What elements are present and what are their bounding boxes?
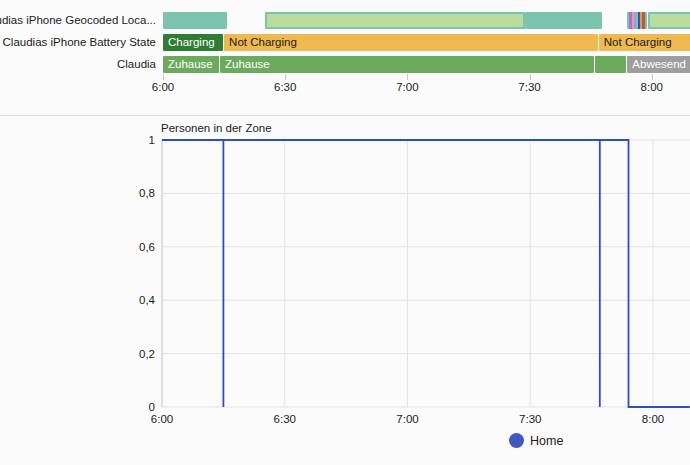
- timeline-segment-geocoded-location[interactable]: [648, 12, 690, 29]
- x-axis-label: 8:00: [642, 413, 664, 425]
- history-panel: Claudias iPhone Geocoded Loca...Claudias…: [0, 0, 690, 465]
- section-divider: [0, 115, 690, 116]
- legend-color-dot-icon: [509, 433, 524, 448]
- timeline-segment-geocoded-location[interactable]: [627, 12, 646, 29]
- y-axis-label: 0: [149, 401, 155, 413]
- timeline-segment-geocoded-location[interactable]: [525, 12, 601, 29]
- timeline-segment-battery-state[interactable]: Charging: [163, 34, 223, 51]
- time-axis-label: 7:00: [385, 81, 429, 93]
- x-axis-label: 6:00: [151, 413, 173, 425]
- timeline-segment-person-claudia[interactable]: [595, 56, 627, 73]
- time-axis-label: 8:00: [630, 81, 674, 93]
- timeline-row-label-geocoded-location: Claudias iPhone Geocoded Loca...: [0, 12, 156, 29]
- y-axis-label: 0,4: [139, 294, 156, 306]
- time-axis-label: 7:30: [508, 81, 552, 93]
- y-axis-label: 0,2: [139, 348, 155, 360]
- y-axis-label: 0,6: [139, 241, 155, 253]
- time-axis-tick: [285, 74, 286, 80]
- persons-in-zone-chart: 10,80,60,40,206:006:307:007:308:00: [0, 120, 690, 465]
- x-axis-label: 7:00: [396, 413, 418, 425]
- time-axis-tick: [407, 74, 408, 80]
- legend-label: Home: [530, 434, 563, 448]
- x-axis-label: 7:30: [519, 413, 541, 425]
- y-axis-label: 0,8: [139, 187, 155, 199]
- timeline-segment-geocoded-location[interactable]: [265, 12, 526, 29]
- timeline-segment-battery-state[interactable]: Not Charging: [224, 34, 598, 51]
- x-axis-label: 6:30: [274, 413, 296, 425]
- time-axis-label: 6:30: [263, 81, 307, 93]
- time-axis-label: 6:00: [141, 81, 185, 93]
- timeline-row-label-person-claudia: Claudia: [117, 56, 156, 73]
- time-axis-tick: [530, 74, 531, 80]
- y-axis-label: 1: [149, 134, 155, 146]
- timeline-segment-geocoded-location[interactable]: [163, 12, 227, 29]
- timeline-row-label-battery-state: Claudias iPhone Battery State: [3, 34, 156, 51]
- timeline-segment-battery-state[interactable]: Not Charging: [599, 34, 690, 51]
- timeline-segment-person-claudia[interactable]: Zuhause: [163, 56, 219, 73]
- series-line-home: [162, 140, 690, 407]
- legend-item-home[interactable]: Home: [509, 433, 563, 448]
- timeline-segment-person-claudia[interactable]: Abwesend: [627, 56, 690, 73]
- time-axis-tick: [163, 74, 164, 80]
- timeline-segment-person-claudia[interactable]: Zuhause: [220, 56, 594, 73]
- timeline-stripe: [645, 12, 647, 29]
- time-axis-tick: [652, 74, 653, 80]
